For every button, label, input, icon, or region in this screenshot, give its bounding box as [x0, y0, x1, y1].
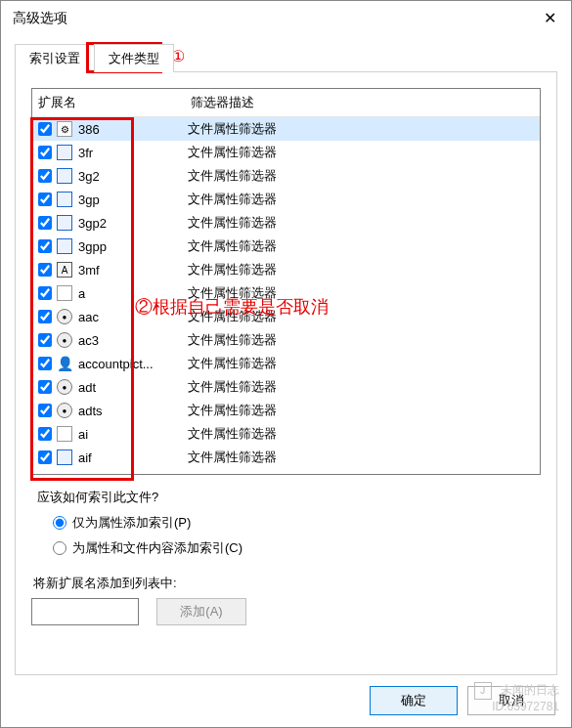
tab-file-types[interactable]: 文件类型: [94, 44, 174, 72]
table-row[interactable]: ai文件属性筛选器: [32, 422, 540, 446]
file-type-icon: [57, 192, 72, 207]
row-checkbox[interactable]: [38, 404, 52, 417]
row-checkbox[interactable]: [38, 380, 52, 394]
dialog-footer: 确定 取消: [370, 686, 555, 715]
table-row[interactable]: ⚙386文件属性筛选器: [32, 117, 540, 141]
row-desc: 文件属性筛选器: [186, 261, 540, 278]
row-checkbox[interactable]: [38, 193, 52, 206]
row-ext: 3mf: [76, 263, 186, 278]
row-ext: ai: [76, 427, 186, 442]
row-ext: accountpict...: [76, 357, 186, 371]
row-desc: 文件属性筛选器: [186, 449, 540, 466]
table-row[interactable]: a文件属性筛选器: [32, 281, 540, 305]
file-type-icon: ⚙: [57, 121, 72, 137]
row-ext: 3gp2: [76, 216, 186, 231]
row-checkbox[interactable]: [38, 286, 52, 300]
list-body[interactable]: ⚙386文件属性筛选器3fr文件属性筛选器3g2文件属性筛选器3gp文件属性筛选…: [32, 117, 540, 475]
table-row[interactable]: A3mf文件属性筛选器: [32, 258, 540, 281]
add-extension-input[interactable]: [31, 598, 139, 625]
row-checkbox[interactable]: [38, 357, 52, 370]
row-checkbox[interactable]: [38, 333, 52, 347]
radio-properties-and-content[interactable]: 为属性和文件内容添加索引(C): [53, 539, 541, 557]
table-row[interactable]: 3g2文件属性筛选器: [32, 164, 540, 188]
file-type-icon: [57, 215, 72, 231]
add-button: 添加(A): [156, 598, 246, 625]
list-header: 扩展名 筛选器描述: [32, 89, 540, 117]
row-ext: aac: [76, 310, 186, 324]
ok-button[interactable]: 确定: [370, 686, 458, 715]
tab-strip: 索引设置 文件类型: [15, 43, 571, 71]
row-ext: ac3: [76, 333, 186, 348]
row-desc: 文件属性筛选器: [186, 331, 540, 349]
add-extension-label: 将新扩展名添加到列表中:: [33, 575, 539, 592]
radio-properties-only-input[interactable]: [53, 516, 66, 530]
file-type-icon: [57, 168, 72, 184]
row-checkbox[interactable]: [38, 216, 52, 230]
file-type-icon: [57, 426, 72, 442]
column-header-ext[interactable]: 扩展名: [32, 89, 185, 116]
row-ext: 386: [76, 122, 186, 137]
close-icon[interactable]: ✕: [538, 9, 561, 27]
file-type-icon: [57, 238, 72, 254]
row-ext: 3g2: [76, 169, 186, 184]
row-ext: a: [76, 286, 186, 301]
table-row[interactable]: ●adts文件属性筛选器: [32, 399, 540, 422]
table-row[interactable]: 3gp2文件属性筛选器: [32, 211, 540, 235]
row-checkbox[interactable]: [38, 427, 52, 441]
row-checkbox[interactable]: [38, 239, 52, 253]
row-checkbox[interactable]: [38, 450, 52, 464]
radio-group: 仅为属性添加索引(P) 为属性和文件内容添加索引(C): [53, 514, 541, 557]
file-type-icon: A: [57, 262, 72, 278]
row-desc: 文件属性筛选器: [186, 144, 540, 161]
row-desc: 文件属性筛选器: [186, 237, 540, 255]
row-ext: 3fr: [76, 146, 186, 160]
table-row[interactable]: 3gpp文件属性筛选器: [32, 235, 540, 258]
main-panel: 扩展名 筛选器描述 ⚙386文件属性筛选器3fr文件属性筛选器3g2文件属性筛选…: [15, 71, 557, 675]
index-question-label: 应该如何索引此文件?: [37, 489, 539, 506]
row-desc: 文件属性筛选器: [186, 355, 540, 372]
window-title: 高级选项: [13, 10, 67, 27]
table-row[interactable]: ●ac3文件属性筛选器: [32, 328, 540, 352]
row-ext: adts: [76, 404, 186, 418]
table-row[interactable]: 👤accountpict...文件属性筛选器: [32, 352, 540, 375]
file-type-icon: [57, 450, 72, 465]
row-checkbox[interactable]: [38, 263, 52, 277]
column-header-desc[interactable]: 筛选器描述: [185, 89, 540, 116]
titlebar: 高级选项 ✕: [1, 1, 571, 35]
file-type-icon: 👤: [57, 356, 72, 371]
row-desc: 文件属性筛选器: [186, 402, 540, 419]
radio-properties-only-label: 仅为属性添加索引(P): [72, 514, 191, 532]
file-type-icon: [57, 285, 72, 301]
file-type-icon: [57, 145, 72, 160]
table-row[interactable]: 3gp文件属性筛选器: [32, 188, 540, 211]
tab-index-settings[interactable]: 索引设置: [15, 44, 95, 72]
row-desc: 文件属性筛选器: [186, 284, 540, 302]
radio-properties-only[interactable]: 仅为属性添加索引(P): [53, 514, 541, 532]
row-desc: 文件属性筛选器: [186, 167, 540, 185]
cancel-button[interactable]: 取消: [467, 686, 555, 715]
file-type-list: 扩展名 筛选器描述 ⚙386文件属性筛选器3fr文件属性筛选器3g2文件属性筛选…: [31, 88, 541, 475]
row-ext: 3gp: [76, 193, 186, 207]
row-desc: 文件属性筛选器: [186, 191, 540, 208]
row-desc: 文件属性筛选器: [186, 214, 540, 232]
row-checkbox[interactable]: [38, 146, 52, 159]
radio-properties-and-content-input[interactable]: [53, 541, 66, 555]
row-checkbox[interactable]: [38, 169, 52, 183]
row-checkbox[interactable]: [38, 310, 52, 323]
row-checkbox[interactable]: [38, 122, 52, 136]
file-type-icon: ●: [57, 332, 72, 348]
table-row[interactable]: ●adt文件属性筛选器: [32, 375, 540, 399]
table-row[interactable]: ●aac文件属性筛选器: [32, 305, 540, 328]
row-desc: 文件属性筛选器: [186, 308, 540, 325]
radio-properties-and-content-label: 为属性和文件内容添加索引(C): [72, 539, 242, 557]
row-ext: adt: [76, 380, 186, 395]
table-row[interactable]: aif文件属性筛选器: [32, 446, 540, 469]
table-row[interactable]: 3fr文件属性筛选器: [32, 141, 540, 164]
file-type-icon: ●: [57, 403, 72, 418]
row-ext: aif: [76, 450, 186, 465]
row-desc: 文件属性筛选器: [186, 120, 540, 138]
file-type-icon: ●: [57, 379, 72, 395]
row-desc: 文件属性筛选器: [186, 378, 540, 396]
row-desc: 文件属性筛选器: [186, 425, 540, 443]
row-ext: 3gpp: [76, 239, 186, 254]
